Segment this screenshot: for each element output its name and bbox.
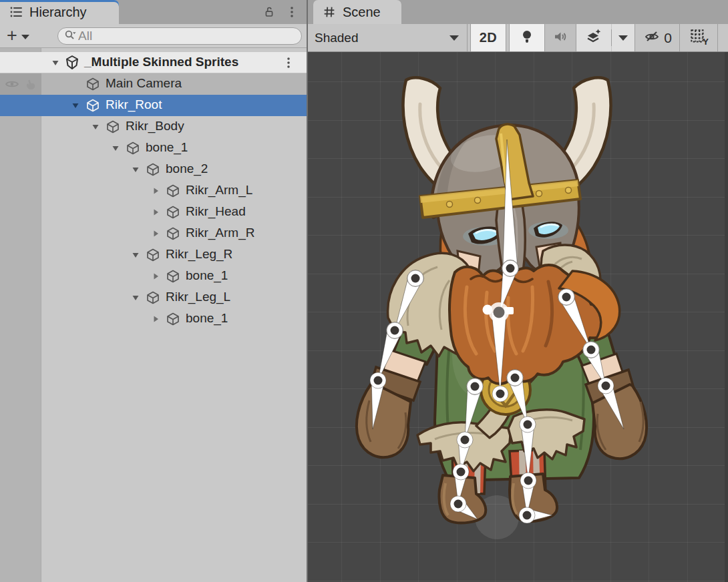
search-input[interactable] (78, 29, 279, 43)
unity-editor-window: Hierarchy + (0, 0, 728, 582)
joint-dot (391, 326, 399, 335)
hierarchy-tab-label: Hierarchy (29, 5, 87, 20)
tree-row[interactable]: Main Camera (0, 73, 307, 95)
row-label: Rikr_Body (126, 119, 184, 133)
joint-dot (602, 382, 610, 390)
root-node-dot (494, 307, 505, 318)
expand-arrow[interactable] (91, 122, 100, 131)
tab-scene[interactable]: Scene (313, 0, 401, 24)
joint-dot (496, 390, 505, 398)
lock-icon[interactable] (261, 4, 277, 20)
scene-lighting-button[interactable] (510, 24, 544, 51)
scene-panel: Scene Shaded 2D (308, 0, 728, 582)
hierarchy-panel: Hierarchy + (0, 0, 307, 582)
unity-scene-icon (64, 55, 79, 69)
tab-hierarchy[interactable]: Hierarchy (0, 0, 119, 24)
gameobject-cube-icon (166, 312, 180, 326)
row-label: Rikr_Head (186, 204, 246, 219)
expand-arrow[interactable] (151, 208, 160, 217)
tree-row[interactable]: Rikr_Arm_R (0, 223, 307, 244)
row-label: Rikr_Leg_R (166, 247, 232, 262)
row-label: Rikr_Leg_L (166, 290, 230, 304)
chevron-down-icon (618, 35, 628, 41)
plus-icon: + (7, 27, 17, 45)
lightbulb-icon (519, 28, 535, 47)
tree-row[interactable]: bone_2 (0, 159, 307, 180)
tree-row[interactable]: bone_1 (0, 266, 307, 287)
visibility-eye-icon[interactable] (4, 77, 20, 91)
speaker-icon (552, 29, 568, 47)
row-label: bone_2 (166, 162, 208, 176)
row-label: bone_1 (146, 140, 188, 155)
gameobject-cube-icon (146, 290, 160, 305)
scene-audio-button[interactable] (545, 24, 576, 51)
gameobject-cube-icon (146, 162, 160, 177)
toggle-2d-button[interactable]: 2D (471, 24, 506, 51)
tree-row[interactable]: Rikr_Leg_L (0, 287, 307, 308)
joint-dot (587, 346, 596, 354)
scene-grid-icon (321, 4, 337, 20)
expand-arrow[interactable] (151, 229, 160, 238)
add-object-button[interactable]: + (7, 27, 29, 45)
chevron-down-icon (21, 35, 29, 39)
tree-row[interactable]: Rikr_Arm_L (0, 180, 307, 202)
pickability-hand-icon[interactable] (23, 77, 39, 91)
tree-row[interactable]: bone_1 (0, 137, 307, 159)
gameobject-cube-icon (146, 248, 160, 262)
joint-dot (524, 420, 532, 429)
tree-row[interactable]: bone_1 (0, 308, 307, 330)
joint-dot (461, 436, 470, 445)
hidden-objects-button[interactable]: 0 (635, 24, 679, 51)
joint-dot (457, 468, 466, 477)
hierarchy-toolbar: + (0, 24, 307, 48)
joint-dot (454, 500, 463, 509)
scene-viewport[interactable] (308, 52, 728, 582)
joint-dot (511, 374, 520, 382)
shading-mode-label: Shaded (315, 31, 359, 45)
gameobject-cube-icon (166, 269, 180, 284)
scene-tabbar: Scene (308, 0, 728, 24)
scene-header-row[interactable]: _Multiple Skinned Sprites (0, 52, 307, 73)
gameobject-cube-icon (126, 141, 140, 156)
tree-row[interactable]: Rikr_Body (0, 116, 307, 137)
gameobject-cube-icon (106, 119, 120, 134)
row-label: Rikr_Arm_R (186, 226, 254, 240)
expand-arrow[interactable] (151, 314, 160, 324)
hierarchy-search[interactable] (57, 27, 302, 45)
expand-arrow[interactable] (131, 250, 140, 260)
gameobject-cube-icon (166, 226, 180, 241)
expand-arrow[interactable] (151, 186, 160, 196)
row-label: bone_1 (186, 311, 228, 326)
joint-dot (471, 382, 480, 391)
grid-visibility-button[interactable]: Y (680, 24, 717, 51)
gameobject-cube-icon (85, 77, 100, 91)
scene-toolbar: Shaded 2D (308, 24, 728, 52)
tree-row[interactable]: Rikr_Root (0, 95, 307, 116)
expand-arrow[interactable] (71, 101, 80, 110)
scene-effects-dropdown[interactable] (612, 24, 634, 51)
joint-dot (374, 376, 383, 385)
shading-mode-dropdown[interactable]: Shaded (308, 24, 467, 51)
joint-dot (411, 274, 420, 283)
joint-dot (524, 477, 533, 485)
tree-row[interactable]: Rikr_Leg_R (0, 244, 307, 266)
row-label: Rikr_Root (106, 97, 162, 112)
hierarchy-tree[interactable]: _Multiple Skinned SpritesMain CameraRikr… (0, 48, 307, 582)
2d-label: 2D (480, 30, 498, 45)
expand-arrow[interactable] (131, 293, 140, 302)
expand-arrow[interactable] (131, 165, 140, 174)
row-label: Main Camera (106, 76, 182, 91)
kebab-menu-icon[interactable] (284, 4, 300, 20)
expand-arrow[interactable] (51, 58, 60, 67)
expand-arrow[interactable] (151, 272, 160, 281)
scene-kebab-icon[interactable] (283, 56, 296, 69)
row-label: Rikr_Arm_L (186, 183, 252, 198)
scene-name-label: _Multiple Skinned Sprites (84, 55, 238, 69)
expand-arrow[interactable] (111, 143, 120, 153)
chevron-down-icon (449, 35, 459, 41)
gameobject-cube-icon (85, 98, 100, 113)
eye-slash-icon (643, 29, 661, 47)
scene-effects-button[interactable] (576, 24, 611, 51)
hierarchy-list-icon (8, 4, 24, 20)
tree-row[interactable]: Rikr_Head (0, 202, 307, 223)
